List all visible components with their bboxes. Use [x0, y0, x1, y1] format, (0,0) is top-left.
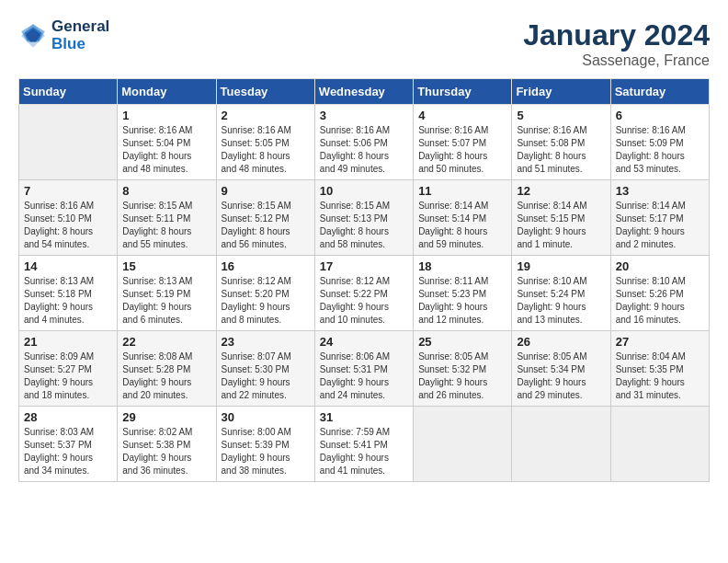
day-number: 27 [616, 335, 704, 349]
day-info: Sunrise: 8:16 AMSunset: 5:05 PMDaylight:… [222, 124, 310, 176]
calendar-cell: 29Sunrise: 8:02 AMSunset: 5:38 PMDayligh… [118, 407, 216, 482]
logo-icon [18, 21, 48, 51]
calendar-cell: 20Sunrise: 8:10 AMSunset: 5:26 PMDayligh… [610, 256, 709, 331]
logo-text-general: General [51, 18, 109, 36]
day-info: Sunrise: 8:15 AMSunset: 5:11 PMDaylight:… [122, 200, 210, 251]
calendar-week-row: 14Sunrise: 8:13 AMSunset: 5:18 PMDayligh… [19, 256, 710, 331]
day-info: Sunrise: 8:04 AMSunset: 5:35 PMDaylight:… [616, 350, 704, 402]
calendar-cell: 17Sunrise: 8:12 AMSunset: 5:22 PMDayligh… [314, 256, 413, 331]
calendar-cell: 26Sunrise: 8:05 AMSunset: 5:34 PMDayligh… [512, 331, 610, 407]
calendar-cell: 5Sunrise: 8:16 AMSunset: 5:08 PMDaylight… [512, 105, 610, 180]
day-info: Sunrise: 8:07 AMSunset: 5:30 PMDaylight:… [222, 350, 310, 402]
calendar-cell: 28Sunrise: 8:03 AMSunset: 5:37 PMDayligh… [19, 407, 118, 482]
day-number: 9 [222, 184, 310, 198]
calendar-week-row: 7Sunrise: 8:16 AMSunset: 5:10 PMDaylight… [19, 180, 710, 256]
calendar-cell: 16Sunrise: 8:12 AMSunset: 5:20 PMDayligh… [216, 256, 314, 331]
day-number: 16 [222, 259, 310, 273]
day-number: 12 [517, 184, 605, 198]
calendar-cell [414, 407, 512, 482]
day-info: Sunrise: 8:14 AMSunset: 5:15 PMDaylight:… [517, 200, 605, 251]
calendar-cell: 30Sunrise: 8:00 AMSunset: 5:39 PMDayligh… [216, 407, 314, 482]
day-info: Sunrise: 8:00 AMSunset: 5:39 PMDaylight:… [222, 426, 310, 477]
logo-text-blue: Blue [51, 36, 109, 53]
day-info: Sunrise: 8:13 AMSunset: 5:18 PMDaylight:… [24, 275, 112, 327]
day-info: Sunrise: 8:14 AMSunset: 5:14 PMDaylight:… [418, 200, 506, 251]
calendar-cell: 12Sunrise: 8:14 AMSunset: 5:15 PMDayligh… [512, 180, 610, 256]
day-number: 17 [320, 259, 408, 273]
calendar-week-row: 1Sunrise: 8:16 AMSunset: 5:04 PMDaylight… [19, 105, 710, 180]
day-info: Sunrise: 8:08 AMSunset: 5:28 PMDaylight:… [122, 350, 210, 402]
calendar-cell: 7Sunrise: 8:16 AMSunset: 5:10 PMDaylight… [19, 180, 118, 256]
day-number: 10 [320, 184, 408, 198]
day-number: 31 [320, 410, 408, 424]
logo: General Blue [18, 18, 109, 52]
day-number: 8 [122, 184, 210, 198]
day-number: 28 [24, 410, 112, 424]
calendar-cell: 13Sunrise: 8:14 AMSunset: 5:17 PMDayligh… [610, 180, 709, 256]
day-number: 6 [616, 109, 704, 122]
calendar-cell: 19Sunrise: 8:10 AMSunset: 5:24 PMDayligh… [512, 256, 610, 331]
day-number: 19 [517, 259, 605, 273]
day-info: Sunrise: 8:02 AMSunset: 5:38 PMDaylight:… [122, 426, 210, 477]
calendar-cell: 3Sunrise: 8:16 AMSunset: 5:06 PMDaylight… [314, 105, 413, 180]
calendar-cell: 25Sunrise: 8:05 AMSunset: 5:32 PMDayligh… [414, 331, 512, 407]
day-of-week-header: Tuesday [216, 79, 314, 105]
day-number: 26 [517, 335, 605, 349]
day-info: Sunrise: 8:12 AMSunset: 5:20 PMDaylight:… [222, 275, 310, 327]
day-info: Sunrise: 7:59 AMSunset: 5:41 PMDaylight:… [320, 426, 408, 477]
day-number: 18 [418, 259, 506, 273]
day-number: 13 [616, 184, 704, 198]
day-info: Sunrise: 8:16 AMSunset: 5:06 PMDaylight:… [320, 124, 408, 176]
day-info: Sunrise: 8:06 AMSunset: 5:31 PMDaylight:… [320, 350, 408, 402]
day-info: Sunrise: 8:05 AMSunset: 5:32 PMDaylight:… [418, 350, 506, 402]
day-number: 3 [320, 109, 408, 122]
calendar-cell: 22Sunrise: 8:08 AMSunset: 5:28 PMDayligh… [118, 331, 216, 407]
day-info: Sunrise: 8:05 AMSunset: 5:34 PMDaylight:… [517, 350, 605, 402]
day-number: 2 [222, 109, 310, 122]
title-block: January 2024 Sassenage, France [523, 18, 710, 69]
calendar-cell: 21Sunrise: 8:09 AMSunset: 5:27 PMDayligh… [19, 331, 118, 407]
calendar-cell: 4Sunrise: 8:16 AMSunset: 5:07 PMDaylight… [414, 105, 512, 180]
day-info: Sunrise: 8:16 AMSunset: 5:09 PMDaylight:… [616, 124, 704, 176]
calendar-cell: 9Sunrise: 8:15 AMSunset: 5:12 PMDaylight… [216, 180, 314, 256]
calendar-table: SundayMondayTuesdayWednesdayThursdayFrid… [18, 78, 710, 482]
day-info: Sunrise: 8:16 AMSunset: 5:08 PMDaylight:… [517, 124, 605, 176]
day-of-week-header: Friday [512, 79, 610, 105]
day-info: Sunrise: 8:12 AMSunset: 5:22 PMDaylight:… [320, 275, 408, 327]
calendar-header-row: SundayMondayTuesdayWednesdayThursdayFrid… [19, 79, 710, 105]
calendar-cell: 14Sunrise: 8:13 AMSunset: 5:18 PMDayligh… [19, 256, 118, 331]
day-number: 7 [24, 184, 112, 198]
day-info: Sunrise: 8:16 AMSunset: 5:07 PMDaylight:… [418, 124, 506, 176]
day-number: 11 [418, 184, 506, 198]
day-of-week-header: Sunday [19, 79, 118, 105]
day-info: Sunrise: 8:15 AMSunset: 5:12 PMDaylight:… [222, 200, 310, 251]
day-number: 14 [24, 259, 112, 273]
day-number: 15 [122, 259, 210, 273]
day-of-week-header: Wednesday [314, 79, 413, 105]
calendar-cell: 6Sunrise: 8:16 AMSunset: 5:09 PMDaylight… [610, 105, 709, 180]
day-number: 22 [122, 335, 210, 349]
calendar-cell: 2Sunrise: 8:16 AMSunset: 5:05 PMDaylight… [216, 105, 314, 180]
day-number: 20 [616, 259, 704, 273]
calendar-cell [610, 407, 709, 482]
calendar-cell: 15Sunrise: 8:13 AMSunset: 5:19 PMDayligh… [118, 256, 216, 331]
calendar-cell: 27Sunrise: 8:04 AMSunset: 5:35 PMDayligh… [610, 331, 709, 407]
calendar-cell: 23Sunrise: 8:07 AMSunset: 5:30 PMDayligh… [216, 331, 314, 407]
day-number: 25 [418, 335, 506, 349]
day-of-week-header: Monday [118, 79, 216, 105]
calendar-cell: 24Sunrise: 8:06 AMSunset: 5:31 PMDayligh… [314, 331, 413, 407]
day-info: Sunrise: 8:10 AMSunset: 5:26 PMDaylight:… [616, 275, 704, 327]
location-subtitle: Sassenage, France [523, 52, 710, 69]
day-number: 5 [517, 109, 605, 122]
calendar-cell: 11Sunrise: 8:14 AMSunset: 5:14 PMDayligh… [414, 180, 512, 256]
page-header: General Blue January 2024 Sassenage, Fra… [18, 18, 710, 69]
day-info: Sunrise: 8:14 AMSunset: 5:17 PMDaylight:… [616, 200, 704, 251]
day-number: 29 [122, 410, 210, 424]
calendar-cell: 8Sunrise: 8:15 AMSunset: 5:11 PMDaylight… [118, 180, 216, 256]
day-of-week-header: Thursday [414, 79, 512, 105]
day-number: 4 [418, 109, 506, 122]
calendar-week-row: 28Sunrise: 8:03 AMSunset: 5:37 PMDayligh… [19, 407, 710, 482]
calendar-cell: 18Sunrise: 8:11 AMSunset: 5:23 PMDayligh… [414, 256, 512, 331]
day-number: 24 [320, 335, 408, 349]
calendar-cell: 31Sunrise: 7:59 AMSunset: 5:41 PMDayligh… [314, 407, 413, 482]
